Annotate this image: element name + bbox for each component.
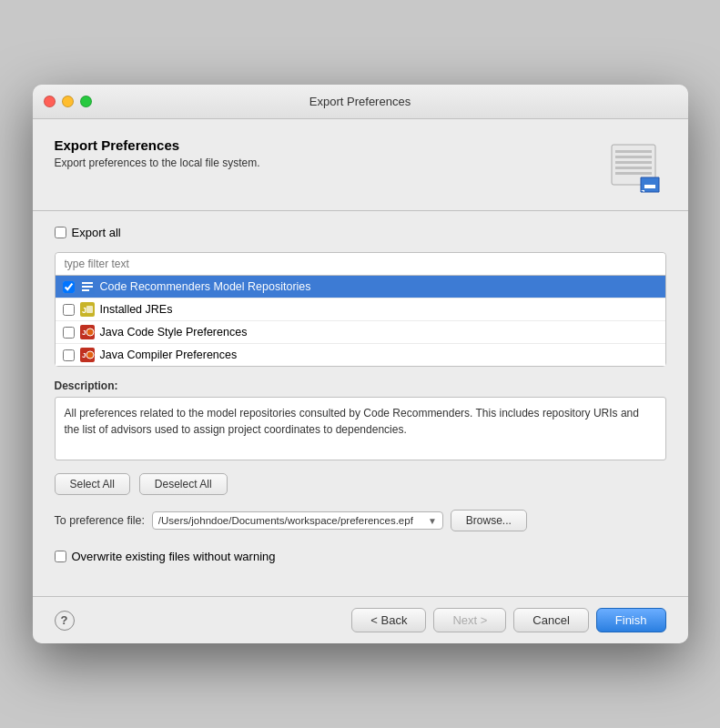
svg-rect-9	[82, 282, 93, 284]
svg-rect-5	[615, 172, 652, 175]
dialog-content: Export Preferences Export preferences to…	[33, 119, 688, 596]
svg-rect-2	[615, 156, 652, 158]
svg-rect-1	[615, 150, 652, 153]
java-compiler-icon: J	[80, 348, 95, 362]
preference-file-row: To preference file: /Users/johndoe/Docum…	[55, 510, 666, 531]
dialog-header: Export Preferences Export preferences to…	[55, 137, 666, 196]
header-text: Export Preferences Export preferences to…	[55, 137, 260, 169]
window-title: Export Preferences	[309, 95, 411, 108]
export-all-label[interactable]: Export all	[72, 226, 121, 239]
svg-rect-14	[86, 306, 93, 313]
cancel-button[interactable]: Cancel	[513, 608, 588, 632]
combo-dropdown-arrow: ▼	[428, 516, 437, 526]
description-text: All preferences related to the model rep…	[55, 397, 666, 460]
minimize-button[interactable]	[62, 96, 74, 107]
list-item[interactable]: Code Recommenders Model Repositories	[56, 276, 665, 298]
selection-buttons: Select All Deselect All	[55, 473, 666, 495]
page-title: Export Preferences	[55, 137, 260, 153]
svg-point-17	[86, 329, 94, 336]
page-subtitle: Export preferences to the local file sys…	[55, 157, 260, 169]
header-divider	[33, 210, 688, 211]
maximize-button[interactable]	[80, 96, 92, 107]
browse-button[interactable]: Browse...	[451, 510, 527, 531]
svg-rect-4	[615, 167, 652, 169]
deselect-all-button[interactable]: Deselect All	[139, 473, 228, 495]
filter-input[interactable]	[56, 253, 665, 276]
svg-rect-10	[82, 286, 93, 288]
list-item[interactable]: J Java Code Style Preferences	[56, 321, 665, 344]
next-button[interactable]: Next >	[433, 608, 506, 632]
item-label-installed-jres: Installed JREs	[100, 303, 173, 316]
main-window: Export Preferences Export Preferences Ex…	[33, 85, 688, 643]
export-icon	[608, 137, 666, 196]
list-item[interactable]: J Installed JREs	[56, 298, 665, 321]
jre-icon: J	[80, 302, 95, 317]
item-checkbox-installed-jres[interactable]	[63, 304, 75, 316]
overwrite-label[interactable]: Overwrite existing files without warning	[72, 550, 276, 563]
close-button[interactable]	[44, 96, 56, 107]
preference-file-combo[interactable]: /Users/johndoe/Documents/workspace/prefe…	[152, 511, 443, 530]
description-section: Description: All preferences related to …	[55, 379, 666, 460]
titlebar: Export Preferences	[33, 85, 688, 119]
svg-text:J: J	[82, 329, 86, 337]
help-button[interactable]: ?	[55, 611, 75, 631]
recommenders-icon	[80, 279, 95, 294]
preferences-list: Code Recommenders Model Repositories J I…	[56, 276, 665, 366]
preferences-panel: Code Recommenders Model Repositories J I…	[55, 252, 666, 367]
description-label: Description:	[55, 379, 666, 392]
list-item[interactable]: J Java Compiler Preferences	[56, 344, 665, 366]
export-all-row: Export all	[55, 226, 666, 239]
back-button[interactable]: < Back	[351, 608, 426, 632]
item-label-java-code-style: Java Code Style Preferences	[100, 326, 248, 339]
dialog-footer: ? < Back Next > Cancel Finish	[33, 597, 688, 643]
item-label-code-recommenders: Code Recommenders Model Repositories	[100, 280, 311, 293]
item-checkbox-java-code-style[interactable]	[63, 327, 75, 339]
item-checkbox-java-compiler[interactable]	[63, 349, 75, 361]
svg-text:J: J	[82, 306, 86, 315]
svg-rect-11	[82, 289, 89, 291]
select-all-button[interactable]: Select All	[55, 473, 130, 495]
preference-file-label: To preference file:	[55, 514, 145, 527]
item-checkbox-code-recommenders[interactable]	[63, 281, 75, 293]
java-style-icon: J	[80, 325, 95, 339]
svg-rect-3	[615, 161, 652, 164]
item-label-java-compiler: Java Compiler Preferences	[100, 349, 238, 361]
overwrite-row: Overwrite existing files without warning	[55, 550, 666, 563]
export-preferences-icon	[608, 137, 666, 196]
overwrite-checkbox[interactable]	[55, 551, 66, 562]
window-controls	[44, 96, 92, 107]
finish-button[interactable]: Finish	[596, 608, 666, 632]
svg-text:J: J	[82, 351, 86, 359]
preference-file-value: /Users/johndoe/Documents/workspace/prefe…	[158, 515, 424, 526]
svg-point-20	[86, 351, 94, 359]
export-all-checkbox[interactable]	[55, 227, 66, 238]
